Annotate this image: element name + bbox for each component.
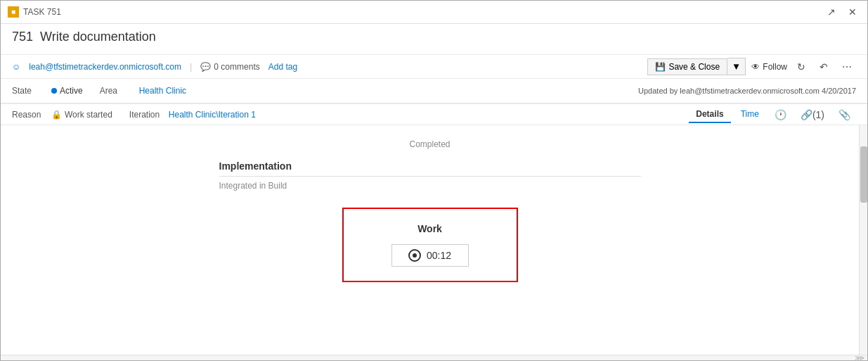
- title-bar-controls: ↗ ✕: [824, 5, 860, 19]
- area-value[interactable]: Health Clinic: [139, 86, 186, 96]
- add-tag-button[interactable]: Add tag: [268, 62, 297, 72]
- follow-icon: 👁: [751, 62, 760, 72]
- title-bar: ■ TASK 751 ↗ ✕: [1, 1, 867, 24]
- task-icon: ■: [8, 6, 19, 18]
- close-button[interactable]: ✕: [845, 5, 860, 19]
- window-title: TASK 751: [23, 7, 61, 17]
- user-link[interactable]: leah@tfstimetrackerdev.onmicrosoft.com: [29, 62, 181, 72]
- separator: |: [190, 61, 192, 72]
- reason-text: Work started: [65, 110, 112, 120]
- reason-group: Reason 🔒 Work started: [12, 110, 112, 120]
- save-close-button[interactable]: 💾 Save & Close: [647, 58, 727, 75]
- state-active-text: Active: [60, 86, 83, 96]
- metadata-row: State Active Area Health Clinic Updated …: [1, 79, 867, 104]
- content-area: Completed Implementation Integrated in B…: [1, 125, 859, 355]
- toolbar: ☺ leah@tfstimetrackerdev.onmicrosoft.com…: [1, 55, 867, 79]
- active-dot-icon: [51, 88, 57, 94]
- work-item-name: Write documentation: [40, 30, 156, 44]
- undo-button[interactable]: ↶: [815, 59, 832, 75]
- main-window: ■ TASK 751 ↗ ✕ 751 Write documentation ☺…: [0, 0, 868, 361]
- tab-details[interactable]: Details: [689, 106, 730, 123]
- refresh-button[interactable]: ↻: [793, 59, 810, 75]
- tab-time[interactable]: Time: [734, 106, 766, 123]
- state-value: Active: [51, 86, 83, 96]
- state-group: State Active: [12, 86, 83, 96]
- comments-button[interactable]: 💬 0 comments: [200, 62, 259, 72]
- lock-icon: 🔒: [51, 110, 62, 120]
- work-item-header: 751 Write documentation: [1, 24, 867, 55]
- time-display: 00:12: [391, 244, 469, 267]
- work-item-id: 751: [12, 30, 33, 44]
- iteration-label: Iteration: [129, 110, 164, 120]
- state-label: State: [12, 86, 47, 96]
- iteration-value[interactable]: Health Clinic\Iteration 1: [169, 110, 256, 120]
- area-label: Area: [100, 86, 135, 96]
- timer-icon-inner: [413, 253, 417, 258]
- more-options-button[interactable]: ⋯: [838, 59, 856, 75]
- links-count: (1): [812, 109, 824, 120]
- reason-value: 🔒 Work started: [51, 110, 112, 120]
- integrated-in-build-label: Integrated in Build: [219, 181, 641, 191]
- reason-label: Reason: [12, 110, 47, 120]
- time-value: 00:12: [427, 250, 451, 261]
- main-content: Completed Implementation Integrated in B…: [1, 125, 867, 355]
- save-icon: 💾: [655, 62, 666, 72]
- save-close-label: Save & Close: [668, 62, 720, 72]
- completed-label: Completed: [409, 139, 450, 149]
- toolbar-right: 💾 Save & Close ▼ 👁 Follow ↻ ↶ ⋯: [647, 58, 856, 75]
- save-close-group: 💾 Save & Close ▼: [647, 58, 746, 75]
- updated-info: Updated by leah@tfstimetrackerdev.onmicr…: [638, 87, 856, 95]
- resize-icon: ⋙: [855, 354, 864, 361]
- follow-button[interactable]: 👁 Follow: [751, 62, 787, 72]
- follow-label: Follow: [763, 62, 787, 72]
- work-section: Work 00:12: [342, 208, 518, 282]
- area-group: Area Health Clinic: [100, 86, 186, 96]
- work-title: Work: [358, 223, 503, 234]
- iteration-group: Iteration Health Clinic\Iteration 1: [129, 110, 256, 120]
- attachments-button[interactable]: 📎: [833, 106, 856, 123]
- tabs-group: Details Time 🕐 🔗(1) 📎: [689, 106, 856, 123]
- save-close-dropdown-button[interactable]: ▼: [727, 58, 746, 75]
- scrollbar-thumb[interactable]: [860, 146, 867, 203]
- comments-label: 0 comments: [214, 62, 259, 72]
- scrollbar[interactable]: [859, 125, 867, 355]
- expand-button[interactable]: ↗: [824, 5, 839, 19]
- links-button[interactable]: 🔗(1): [795, 106, 830, 123]
- work-item-title-row: 751 Write documentation: [12, 30, 856, 44]
- resize-handle[interactable]: ⋙: [1, 355, 867, 360]
- implementation-title: Implementation: [219, 160, 641, 177]
- comment-icon: 💬: [200, 62, 211, 72]
- timer-icon: [408, 249, 421, 262]
- user-avatar-icon: ☺: [12, 62, 20, 72]
- metadata-row-2: Reason 🔒 Work started Iteration Health C…: [1, 104, 867, 125]
- history-icon-button[interactable]: 🕐: [769, 106, 792, 123]
- implementation-section: Implementation Integrated in Build: [219, 160, 641, 202]
